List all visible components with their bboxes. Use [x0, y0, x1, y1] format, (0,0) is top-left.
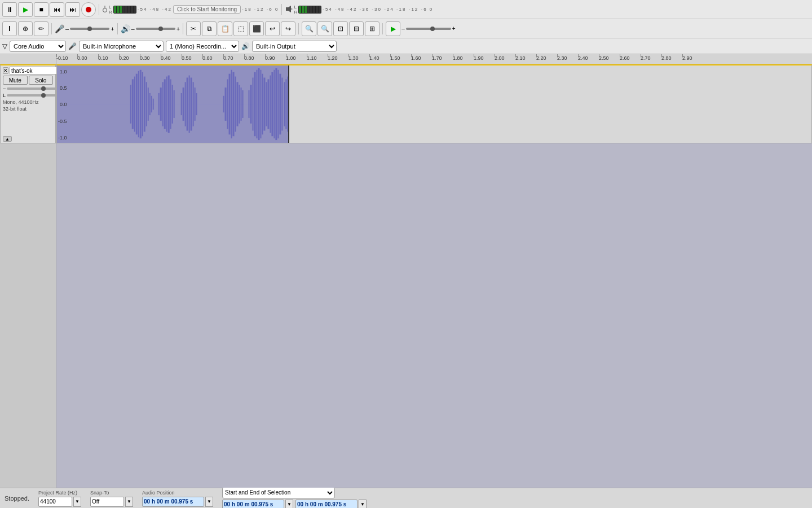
- svg-rect-11: [132, 79, 134, 129]
- silence-button[interactable]: ⬛: [249, 21, 264, 36]
- skip-start-button[interactable]: ⏮: [50, 2, 64, 17]
- audio-position-input[interactable]: [142, 497, 204, 507]
- record-button[interactable]: [81, 2, 96, 17]
- zoom-out-button[interactable]: 🔍: [317, 21, 332, 36]
- zoom-width-button[interactable]: ⊞: [365, 21, 379, 36]
- ruler-tick: 2.80: [661, 55, 672, 61]
- ruler-tick: 2.30: [557, 55, 567, 61]
- output-volume-slider[interactable]: [136, 28, 175, 30]
- audio-host-select[interactable]: Core Audio: [10, 41, 66, 52]
- stop-button[interactable]: ■: [34, 2, 48, 17]
- trim-button[interactable]: ⬚: [233, 21, 248, 36]
- draw-tool-button[interactable]: ✏: [34, 21, 48, 36]
- audio-position-dropdown[interactable]: ▼: [205, 497, 213, 507]
- svg-rect-37: [191, 78, 192, 131]
- channel-select[interactable]: 1 (Mono) Recordin...: [166, 41, 239, 52]
- project-rate-dropdown[interactable]: ▼: [73, 497, 81, 507]
- input-volume-slider[interactable]: [70, 28, 109, 30]
- pause-button[interactable]: ⏸: [2, 2, 17, 17]
- snap-to-input[interactable]: [90, 497, 124, 507]
- svg-rect-56: [256, 70, 257, 138]
- selection-end-input[interactable]: [295, 500, 358, 509]
- ruler-tick: 0.50: [182, 55, 192, 61]
- zoom-selection-button[interactable]: ⊡: [333, 21, 348, 36]
- waveform-empty-region: [289, 65, 811, 143]
- svg-rect-47: [235, 77, 236, 132]
- selection-tool-button[interactable]: I: [2, 21, 17, 36]
- output-vu-icon: [285, 5, 293, 14]
- solo-button[interactable]: Solo: [29, 76, 54, 85]
- project-rate-input[interactable]: [38, 497, 72, 507]
- svg-rect-35: [187, 78, 188, 131]
- svg-rect-23: [158, 93, 160, 115]
- speed-plus: +: [452, 25, 456, 32]
- svg-rect-66: [275, 68, 277, 140]
- play-button[interactable]: ▶: [18, 2, 33, 17]
- ruler-spacer: [0, 54, 56, 64]
- ruler-tick: 2.10: [515, 55, 526, 61]
- track-collapse-button[interactable]: ▲: [3, 136, 12, 142]
- ruler-tick: 2.00: [495, 55, 505, 61]
- audio-position-label: Audio Position: [142, 490, 213, 496]
- svg-rect-59: [262, 74, 263, 135]
- zoom-in-button[interactable]: 🔍: [302, 21, 316, 36]
- svg-rect-19: [148, 87, 149, 121]
- mute-button[interactable]: Mute: [3, 76, 28, 85]
- multi-tool-button[interactable]: ⊕: [18, 21, 33, 36]
- play-speed-button[interactable]: ▶: [386, 21, 400, 36]
- mic-icon: 🎤: [55, 24, 64, 33]
- svg-rect-57: [258, 68, 259, 140]
- paste-button[interactable]: 📋: [218, 21, 232, 36]
- svg-rect-28: [168, 76, 170, 133]
- ruler-tick: 0.30: [140, 55, 150, 61]
- separator1: [99, 4, 99, 15]
- svg-rect-30: [172, 85, 173, 124]
- svg-rect-48: [237, 82, 239, 126]
- svg-text:0.0: 0.0: [60, 102, 67, 107]
- svg-rect-22: [153, 99, 154, 110]
- transport-toolbar: ⏸ ▶ ■ ⏮ ⏭ LR -54 -48 -42 Click to Start …: [0, 0, 812, 19]
- snap-to-dropdown[interactable]: ▼: [125, 497, 133, 507]
- skip-end-button[interactable]: ⏭: [65, 2, 80, 17]
- svg-rect-60: [263, 78, 265, 131]
- audio-position-group: Audio Position ▼: [142, 490, 213, 507]
- svg-rect-68: [279, 74, 281, 135]
- playback-speed-slider[interactable]: [406, 28, 451, 30]
- svg-rect-39: [195, 87, 196, 121]
- svg-rect-21: [151, 96, 152, 112]
- output-device-select[interactable]: Built-in Output: [252, 41, 337, 52]
- svg-rect-44: [229, 74, 231, 135]
- ruler-tick: 0.40: [161, 55, 171, 61]
- cut-button[interactable]: ✂: [186, 21, 201, 36]
- svg-rect-40: [196, 93, 197, 115]
- redo-button[interactable]: ↪: [281, 21, 295, 36]
- svg-rect-55: [254, 72, 255, 137]
- svg-rect-63: [270, 76, 271, 133]
- sep7: [382, 23, 383, 34]
- ruler-tick: 0.10: [98, 55, 108, 61]
- zoom-fit-button[interactable]: ⊟: [349, 21, 364, 36]
- copy-button[interactable]: ⧉: [202, 21, 217, 36]
- track-close-button[interactable]: ✕: [3, 67, 8, 74]
- svg-rect-46: [233, 72, 235, 137]
- svg-rect-36: [189, 76, 190, 133]
- ruler-tick: 2.60: [620, 55, 630, 61]
- ruler-tick: 1.30: [348, 55, 359, 61]
- ruler-tick: 1.60: [411, 55, 421, 61]
- selection-start-dropdown[interactable]: ▼: [285, 500, 293, 509]
- selection-type-select[interactable]: Start and End of Selection: [222, 487, 335, 498]
- timeline-ruler: -0.100.000.100.200.300.400.500.600.700.8…: [0, 54, 812, 64]
- mic-device-select[interactable]: Built-in Microphone: [79, 41, 164, 52]
- track-waveform[interactable]: 1.0 0.5 0.0 -0.5 -1.0: [56, 64, 812, 143]
- click-to-monitor-button[interactable]: Click to Start Monitoring: [173, 5, 241, 14]
- sep5: [183, 23, 183, 34]
- svg-point-0: [86, 7, 91, 12]
- selection-end-dropdown[interactable]: ▼: [359, 500, 367, 509]
- svg-rect-64: [271, 72, 273, 137]
- vol-minus-label: –: [65, 25, 69, 32]
- ruler-tick: 1.80: [453, 55, 463, 61]
- waveform-container[interactable]: 1.0 0.5 0.0 -0.5 -1.0: [56, 64, 812, 488]
- undo-button[interactable]: ↩: [265, 21, 280, 36]
- svg-point-1: [103, 8, 107, 12]
- selection-start-input[interactable]: [222, 500, 284, 509]
